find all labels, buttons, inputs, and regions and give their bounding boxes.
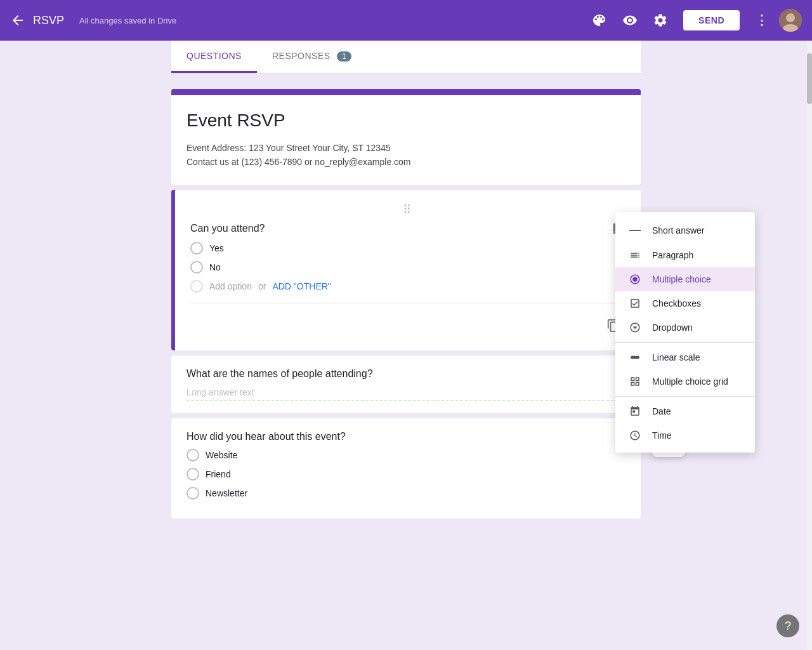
- dropdown-item-dropdown[interactable]: Dropdown: [615, 315, 755, 340]
- svg-point-1: [786, 13, 795, 22]
- question-top-1: Can you attend?: [190, 222, 625, 235]
- time-icon: [628, 430, 642, 441]
- checkboxes-icon: [628, 298, 642, 309]
- option-row-newsletter: Newsletter: [187, 487, 625, 500]
- question-top-3: How did you hear about this event?: [187, 431, 625, 442]
- main-content: QUESTIONS RESPONSES 1 Event RSVP Event A…: [0, 0, 812, 650]
- dropdown-divider-2: [615, 396, 755, 397]
- send-button[interactable]: SEND: [683, 10, 740, 30]
- multiple-choice-icon: [628, 274, 642, 285]
- linear-scale-icon: [628, 352, 642, 363]
- option-row-yes: Yes: [190, 242, 625, 255]
- question-text-3: How did you hear about this event?: [187, 431, 346, 442]
- dropdown-icon: [628, 322, 642, 333]
- add-option-circle: [190, 280, 203, 293]
- option-label-no: No: [209, 262, 221, 272]
- svg-point-3: [632, 277, 638, 282]
- radio-no[interactable]: [190, 261, 203, 274]
- dropdown-item-short-answer[interactable]: — Short answer: [615, 217, 755, 243]
- dropdown-item-date[interactable]: Date: [615, 399, 755, 423]
- option-row-website: Website: [187, 449, 625, 461]
- question-card-3: How did you hear about this event? Websi…: [171, 418, 641, 519]
- header-right: SEND ⋮: [587, 7, 802, 34]
- question-card-1: ⠿ Can you attend? Yes No Add option or A…: [171, 190, 641, 350]
- header: RSVP All changes saved in Drive SEND ⋮: [0, 0, 812, 41]
- radio-newsletter[interactable]: [187, 487, 199, 500]
- palette-button[interactable]: [587, 8, 612, 33]
- back-button[interactable]: [10, 13, 25, 28]
- dropdown-item-grid[interactable]: Multiple choice grid: [615, 369, 755, 394]
- option-label-friend: Friend: [206, 469, 231, 479]
- question-card-2: What are the names of people attending? …: [171, 355, 641, 413]
- option-row-no: No: [190, 261, 625, 274]
- header-saved-text: All changes saved in Drive: [79, 16, 176, 25]
- tab-questions[interactable]: QUESTIONS: [171, 41, 257, 73]
- header-title: RSVP: [33, 14, 64, 27]
- short-answer-icon: —: [628, 223, 642, 237]
- option-row-friend: Friend: [187, 468, 625, 481]
- long-answer-placeholder: Long answer text: [187, 385, 625, 401]
- preview-button[interactable]: [617, 8, 643, 33]
- grid-icon: [628, 376, 642, 387]
- add-option-text: Add option: [209, 281, 252, 291]
- settings-button[interactable]: [648, 8, 673, 33]
- type-dropdown: — Short answer Paragraph Multiple choice: [615, 212, 755, 453]
- dropdown-item-multiple-choice[interactable]: Multiple choice: [615, 267, 755, 291]
- help-button[interactable]: ?: [776, 614, 799, 637]
- header-left: RSVP All changes saved in Drive: [10, 13, 176, 28]
- question-top-2: What are the names of people attending?: [187, 368, 625, 380]
- dropdown-divider-1: [615, 342, 755, 343]
- question-divider-1: [190, 303, 625, 303]
- tab-responses[interactable]: RESPONSES 1: [257, 41, 367, 73]
- question-text-2: What are the names of people attending?: [187, 368, 373, 380]
- dropdown-item-checkboxes[interactable]: Checkboxes: [615, 291, 755, 315]
- radio-website[interactable]: [187, 449, 199, 461]
- drag-handle-1[interactable]: ⠿: [190, 202, 625, 216]
- card-actions-1: [190, 314, 625, 338]
- add-option-row: Add option or ADD "OTHER": [190, 280, 625, 293]
- more-button[interactable]: ⋮: [750, 7, 774, 34]
- radio-friend[interactable]: [187, 468, 199, 481]
- date-icon: [628, 406, 642, 417]
- question-text-1: Can you attend?: [190, 223, 265, 234]
- dropdown-item-time[interactable]: Time: [615, 423, 755, 448]
- option-label-yes: Yes: [209, 243, 224, 253]
- dropdown-item-paragraph[interactable]: Paragraph: [615, 243, 755, 267]
- form-header-card: Event RSVP Event Address: 123 Your Stree…: [171, 89, 641, 185]
- dropdown-item-linear-scale[interactable]: Linear scale: [615, 345, 755, 369]
- tabs-bar: QUESTIONS RESPONSES 1: [171, 41, 641, 74]
- scrollbar-track: [807, 41, 812, 650]
- paragraph-icon: [628, 249, 642, 261]
- add-other-link[interactable]: ADD "OTHER": [272, 281, 331, 291]
- responses-badge: 1: [337, 51, 351, 62]
- option-label-newsletter: Newsletter: [206, 488, 247, 498]
- radio-yes[interactable]: [190, 242, 203, 255]
- form-desc: Event Address: 123 Your Street Your City…: [187, 141, 625, 169]
- scrollbar-thumb[interactable]: [807, 53, 812, 104]
- content-area: QUESTIONS RESPONSES 1 Event RSVP Event A…: [171, 41, 641, 650]
- form-title: Event RSVP: [187, 110, 625, 131]
- option-label-website: Website: [206, 450, 237, 460]
- avatar: [779, 9, 802, 32]
